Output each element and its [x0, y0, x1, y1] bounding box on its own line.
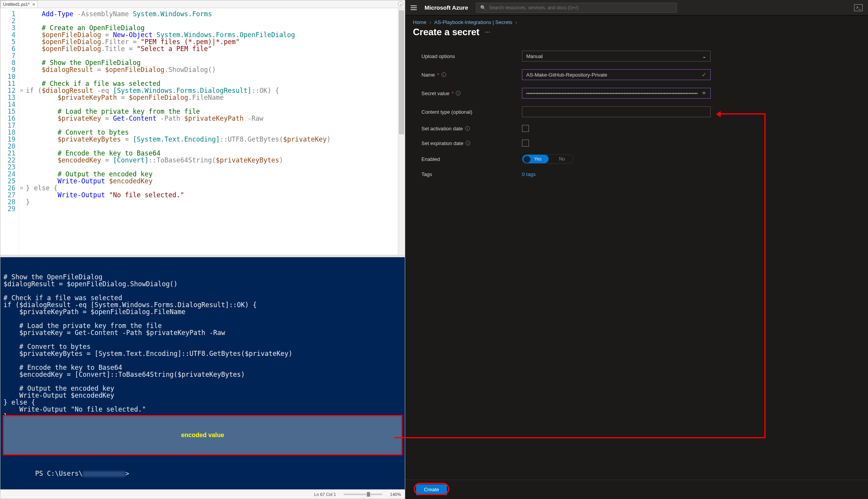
console-output: # Show the OpenFileDialog $dialogResult …: [3, 273, 402, 420]
name-input[interactable]: AS-Make-GitHub-Repository-Private ✓: [522, 69, 711, 80]
hamburger-icon[interactable]: [411, 5, 417, 10]
editor-tabbar: Untitled1.ps1* ✕ ⌄: [0, 0, 405, 8]
enabled-label: Enabled: [421, 156, 522, 162]
brand-label: Microsoft Azure: [425, 4, 468, 11]
annotation-arrow: [720, 113, 766, 114]
editor-tab-title: Untitled1.ps1*: [3, 2, 30, 7]
fold-column: ⊟⊟: [19, 8, 24, 255]
azure-topbar: Microsoft Azure 🔍 >_: [405, 0, 868, 15]
search-input[interactable]: [489, 5, 673, 10]
editor-scrollbar[interactable]: [398, 8, 405, 255]
upload-options-dropdown[interactable]: Manual ⌄: [522, 51, 711, 62]
info-icon[interactable]: i: [465, 126, 470, 131]
tags-link[interactable]: 0 tags: [522, 171, 535, 177]
script-editor[interactable]: 1234567891011121314151617181920212223242…: [0, 8, 405, 255]
content-type-label: Content type (optional): [421, 109, 522, 115]
editor-tab[interactable]: Untitled1.ps1* ✕: [0, 0, 38, 8]
chevron-right-icon: ›: [430, 19, 431, 25]
upload-options-label: Upload options: [421, 53, 522, 59]
breadcrumb-parent[interactable]: AS-Playbook-Integrations | Secrets: [434, 19, 512, 25]
chevron-right-icon: ›: [515, 19, 517, 25]
info-icon[interactable]: i: [456, 91, 460, 96]
powershell-ise-window: Untitled1.ps1* ✕ ⌄ 123456789101112131415…: [0, 0, 405, 499]
create-secret-form: Upload options Manual ⌄ Name* i AS-Make-…: [405, 44, 868, 177]
line-gutter: 1234567891011121314151617181920212223242…: [0, 8, 19, 255]
statusbar: Ln 67 Col 1 140%: [0, 489, 405, 499]
info-icon[interactable]: i: [442, 72, 446, 77]
console-pane[interactable]: # Show the OpenFileDialog $dialogResult …: [0, 257, 405, 489]
tags-label: Tags: [421, 171, 522, 177]
username-redacted: [83, 471, 125, 477]
page-title-row: Create a secret ···: [405, 25, 868, 44]
tab-scroll-icon[interactable]: ⌄: [398, 1, 403, 7]
content-type-input[interactable]: [522, 106, 711, 117]
zoom-slider[interactable]: [344, 494, 382, 495]
search-icon: 🔍: [480, 5, 486, 10]
annotation-arrow: [764, 114, 766, 438]
global-search[interactable]: 🔍: [476, 3, 677, 13]
close-icon[interactable]: ✕: [32, 2, 35, 7]
more-icon[interactable]: ···: [485, 29, 490, 36]
info-icon[interactable]: i: [466, 141, 470, 145]
scrollbar-thumb[interactable]: [399, 10, 404, 134]
chevron-down-icon: ⌄: [702, 53, 706, 59]
cloud-shell-icon[interactable]: >_: [854, 4, 863, 11]
activation-date-checkbox[interactable]: [522, 125, 529, 132]
secret-value-input[interactable]: ••••••••••••••••••••••••••••••••••••••••…: [522, 88, 711, 99]
encoded-value-label: encoded value: [181, 432, 224, 439]
encoded-value-highlight: encoded value: [3, 415, 402, 455]
azure-portal: Microsoft Azure 🔍 >_ Home › AS-Playbook-…: [405, 0, 868, 499]
breadcrumb: Home › AS-Playbook-Integrations | Secret…: [405, 15, 868, 25]
code-area[interactable]: Add-Type -AssemblyName System.Windows.Fo…: [24, 8, 405, 255]
eye-icon[interactable]: 👁: [702, 91, 706, 96]
check-icon: ✓: [702, 72, 706, 78]
create-bar: Create: [405, 480, 868, 499]
name-label: Name* i: [421, 72, 522, 78]
enabled-toggle[interactable]: Yes No: [522, 154, 574, 164]
expiration-date-checkbox[interactable]: [522, 140, 529, 147]
annotation-arrow: [394, 437, 766, 438]
zoom-level: 140%: [390, 492, 401, 497]
page-title: Create a secret: [413, 27, 479, 38]
cursor-position: Ln 67 Col 1: [314, 492, 336, 497]
annotation-arrow-head: [716, 111, 721, 117]
activation-date-label: Set activation date i: [421, 126, 522, 132]
console-prompt[interactable]: PS C:\Users\>: [3, 463, 129, 484]
annotation-ring: [414, 483, 449, 495]
breadcrumb-home[interactable]: Home: [413, 19, 426, 25]
expiration-date-label: Set expiration date i: [421, 140, 522, 146]
secret-value-label: Secret value* i: [421, 91, 522, 96]
